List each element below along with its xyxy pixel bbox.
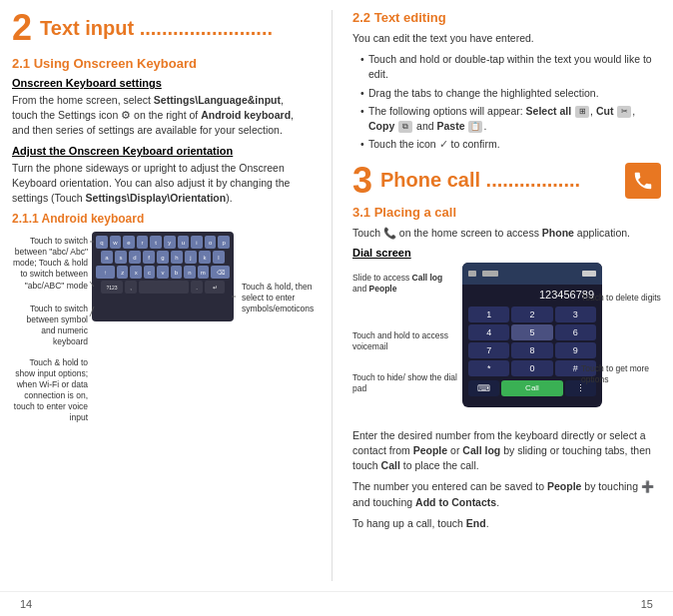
key-a[interactable]: a: [101, 251, 113, 264]
key-w[interactable]: w: [110, 236, 122, 249]
key-s[interactable]: s: [115, 251, 127, 264]
key-h[interactable]: h: [171, 251, 183, 264]
dial-key-5[interactable]: 5: [511, 324, 552, 340]
key-y[interactable]: y: [164, 236, 176, 249]
number-text: The number you entered can be saved to P…: [352, 479, 661, 509]
key-o[interactable]: o: [205, 236, 217, 249]
key-backspace[interactable]: ⌫: [211, 266, 230, 279]
chapter2-title: Text input ........................: [40, 17, 273, 40]
keyboard-visual: q w e r t y u i o p a: [92, 232, 234, 423]
key-j[interactable]: j: [185, 251, 197, 264]
dial-hide-btn[interactable]: ⌨: [468, 380, 499, 396]
bullet-2: Drag the tabs to change the highlighted …: [360, 86, 661, 101]
page-footer: 14 15: [0, 591, 673, 616]
bullet-4: Touch the icon ✓ to confirm.: [360, 137, 661, 152]
bullet-1: Touch and hold or double-tap within the …: [360, 52, 661, 82]
key-i[interactable]: i: [191, 236, 203, 249]
dial-key-1[interactable]: 1: [468, 307, 509, 322]
phone-icon: [625, 163, 661, 199]
key-v[interactable]: v: [157, 266, 168, 279]
subsection-2-1-1-title: 2.1.1 Android keyboard: [12, 212, 312, 226]
key-x[interactable]: x: [130, 266, 141, 279]
key-123[interactable]: ?123: [101, 281, 123, 294]
chapter2-header: 2 Text input ........................: [12, 10, 312, 46]
signal-icon: [468, 271, 476, 277]
key-n[interactable]: n: [184, 266, 195, 279]
keyboard-section: Touch to switch between "abc/ Abc" mode;…: [12, 232, 312, 423]
key-enter[interactable]: ↵: [205, 281, 225, 294]
section-2-1-title: 2.1 Using Onscreen Keyboard: [12, 56, 312, 71]
key-t[interactable]: t: [150, 236, 162, 249]
adjust-label: Adjust the Onscreen Keyboard orientation: [12, 145, 312, 157]
status-icons: [582, 271, 596, 277]
section-2-2-title: 2.2 Text editing: [352, 10, 661, 25]
chapter3-header: 3 Phone call .................: [352, 163, 661, 199]
key-period[interactable]: .: [191, 281, 203, 294]
callout-more: Touch to get more options: [581, 363, 661, 385]
key-r[interactable]: r: [137, 236, 149, 249]
section-2-2: 2.2 Text editing You can edit the text y…: [352, 10, 661, 153]
dial-key-2[interactable]: 2: [511, 307, 552, 322]
callout-hide: Touch to hide/ show the dial pad: [352, 372, 457, 394]
section-2-2-intro: You can edit the text you have entered.: [352, 31, 661, 46]
chapter3-title: Phone call .................: [380, 169, 617, 192]
callout-symbol: Touch to switch between symbol and numer…: [12, 304, 88, 347]
callout-emoticons: Touch & hold, then select to enter symbo…: [242, 282, 330, 314]
key-u[interactable]: u: [178, 236, 190, 249]
placing-text: Touch 📞 on the home screen to access Pho…: [352, 226, 661, 241]
key-c[interactable]: c: [144, 266, 155, 279]
key-comma[interactable]: ,: [125, 281, 137, 294]
onscreen-settings-text: From the home screen, select Settings\La…: [12, 93, 312, 139]
key-shift[interactable]: ↑: [96, 266, 115, 279]
copy-icon: ⧉: [398, 121, 412, 133]
wifi-icon: [482, 271, 498, 277]
key-q[interactable]: q: [96, 236, 108, 249]
key-d[interactable]: d: [129, 251, 141, 264]
dial-key-0[interactable]: 0: [511, 360, 552, 376]
key-k[interactable]: k: [199, 251, 211, 264]
dial-screen-section: Slide to access Call log and People Touc…: [352, 263, 661, 422]
cut-icon: ✂: [617, 106, 631, 118]
column-divider: [332, 10, 333, 581]
key-space[interactable]: [139, 281, 189, 294]
dial-screen-label: Dial screen: [352, 247, 661, 259]
callout-slide: Slide to access Call log and People: [352, 273, 457, 295]
page-number-right: 15: [641, 598, 653, 610]
select-all-icon: ⊞: [575, 106, 589, 118]
adjust-text: Turn the phone sideways or upright to ad…: [12, 161, 312, 207]
dial-key-7[interactable]: 7: [468, 342, 509, 358]
left-column: 2 Text input ........................ 2.…: [12, 10, 312, 581]
key-l[interactable]: l: [213, 251, 225, 264]
key-m[interactable]: m: [198, 266, 209, 279]
page-number-left: 14: [20, 598, 32, 610]
key-p[interactable]: p: [218, 236, 230, 249]
dial-key-8[interactable]: 8: [511, 342, 552, 358]
dial-key-star[interactable]: *: [468, 360, 509, 376]
dial-key-4[interactable]: 4: [468, 324, 509, 340]
chapter2-number: 2: [12, 10, 32, 46]
dial-call-btn[interactable]: Call: [501, 380, 563, 396]
key-g[interactable]: g: [157, 251, 169, 264]
section-2-2-bullets: Touch and hold or double-tap within the …: [352, 52, 661, 152]
key-f[interactable]: f: [143, 251, 155, 264]
callout-voice: Touch & hold to show input options; when…: [12, 357, 88, 423]
dial-callouts-right: Touch to delete digits Touch to get more…: [581, 293, 661, 385]
paste-icon: 📋: [468, 121, 482, 133]
dial-status-bar: [462, 263, 602, 285]
right-column: 2.2 Text editing You can edit the text y…: [352, 10, 661, 581]
callout-voicemail: Touch and hold to access voicemail: [352, 330, 457, 352]
keyboard-box: q w e r t y u i o p a: [92, 232, 234, 321]
hang-text: To hang up a call, touch End.: [352, 516, 661, 531]
key-z[interactable]: z: [117, 266, 128, 279]
key-b[interactable]: b: [171, 266, 182, 279]
key-e[interactable]: e: [123, 236, 135, 249]
dial-callouts-left: Slide to access Call log and People Touc…: [352, 273, 457, 394]
bullet-3: The following options will appear: Selec…: [360, 104, 661, 134]
enter-text: Enter the desired number from the keyboa…: [352, 428, 661, 474]
keyboard-callouts-left: Touch to switch between "abc/ Abc" mode;…: [12, 232, 92, 423]
onscreen-settings-label: Onscreen Keyboard settings: [12, 77, 312, 89]
chapter3-number: 3: [352, 163, 372, 199]
battery-icon: [582, 271, 596, 277]
callout-delete: Touch to delete digits: [581, 293, 661, 304]
section-3-1-title: 3.1 Placing a call: [352, 205, 661, 220]
